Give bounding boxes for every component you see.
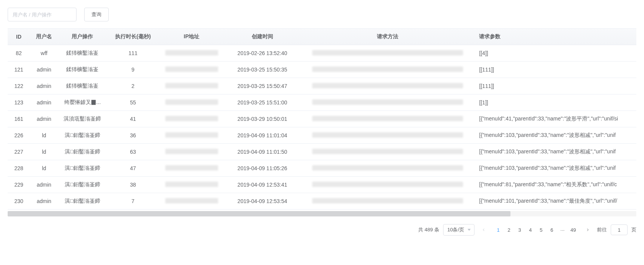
cell-param: [{"menuId":101,"parentId":33,"name":"最佳角… [474,193,636,210]
log-table-wrap: ID 用户名 用户操作 执行时长(毫秒) IP地址 创建时间 请求方法 请求参数… [8,28,636,210]
redacted-method [312,132,463,138]
cell-ip [159,62,224,78]
goto-page-input[interactable] [611,224,628,235]
cell-time: 2019-03-25 15:50:35 [224,62,301,78]
horizontal-scrollbar-thumb[interactable] [8,211,510,216]
table-row: 228ld淇□鈤鑿滃崟鍗472019-04-09 11:05:26[{"menu… [8,160,636,177]
cell-time: 2019-04-09 12:53:54 [224,193,301,210]
cell-method [301,193,474,210]
cell-param: [{"menuId":103,"parentId":33,"name":"波形相… [474,144,636,160]
cell-method [301,94,474,111]
cell-ip [159,94,224,111]
page-number-5[interactable]: 5 [536,224,546,235]
page-number-6[interactable]: 6 [546,224,557,235]
redacted-ip [165,198,218,203]
redacted-ip [165,182,218,187]
cell-dur: 111 [107,45,159,62]
cell-method [301,111,474,127]
prev-page-button[interactable] [478,224,489,235]
goto-suffix: 页 [631,226,636,233]
table-row: 227ld淇□鈤鑿滃崟鍗632019-04-09 11:01:50[{"menu… [8,144,636,160]
column-id: ID [8,29,30,45]
page-number-3[interactable]: 3 [514,224,525,235]
cell-ip [159,127,224,144]
cell-id: 82 [8,45,30,62]
table-row: 123admin绔嬮惏鎼叉▉...552019-03-25 15:51:00[[… [8,94,636,111]
cell-op: 淇□鈤鑿滃崟鍗 [58,193,107,210]
column-method: 请求方法 [301,29,474,45]
query-button[interactable]: 查询 [84,8,109,21]
table-row: 230admin淇□鈤鑿滃崟鍗72019-04-09 12:53:54[{"me… [8,193,636,210]
redacted-ip [165,99,218,105]
cell-method [301,78,474,94]
column-time: 创建时间 [224,29,301,45]
cell-time: 2019-03-29 10:50:01 [224,111,301,127]
cell-param: [[111]] [474,62,636,78]
cell-id: 229 [8,177,30,193]
cell-op: 淇□鈤鑿滃崟鍗 [58,127,107,144]
cell-dur: 55 [107,94,159,111]
page-size-select[interactable]: 10条/页 [443,224,474,236]
cell-op: 淇濆瓨鑿滃崟鍗 [58,111,107,127]
cell-param: [[4]] [474,45,636,62]
cell-ip [159,45,224,62]
redacted-method [312,50,463,55]
page-number-49[interactable]: 49 [568,224,579,235]
table-header-row: ID 用户名 用户操作 执行时长(毫秒) IP地址 创建时间 请求方法 请求参数 [8,29,636,45]
cell-method [301,160,474,177]
next-page-button[interactable] [582,224,593,235]
cell-user: ld [30,160,58,177]
column-param: 请求参数 [474,29,636,45]
cell-time: 2019-04-09 12:53:41 [224,177,301,193]
page-number-2[interactable]: 2 [504,224,514,235]
total-suffix: 条 [434,227,439,232]
cell-param: [[1]] [474,94,636,111]
cell-ip [159,111,224,127]
cell-ip [159,177,224,193]
redacted-ip [165,165,218,171]
cell-op: 淇□鈤鑿滃崟鍗 [58,160,107,177]
table-row: 229admin淇□鈤鑿滃崟鍗382019-04-09 12:53:41[{"m… [8,177,636,193]
cell-method [301,127,474,144]
column-dur: 执行时长(毫秒) [107,29,159,45]
cell-id: 227 [8,144,30,160]
redacted-ip [165,149,218,154]
cell-id: 121 [8,62,30,78]
cell-user: wff [30,45,58,62]
cell-id: 161 [8,111,30,127]
chevron-left-icon [481,228,486,232]
page-number-4[interactable]: 4 [525,224,536,235]
cell-dur: 38 [107,177,159,193]
pagination: 共 489 条 10条/页 123456···49 前往 页 [8,224,636,236]
cell-user: admin [30,193,58,210]
cell-method [301,62,474,78]
column-op: 用户操作 [58,29,107,45]
cell-dur: 9 [107,62,159,78]
table-row: 82wff鍒犻櫎鑿滃崟1112019-02-26 13:52:40[[4]] [8,45,636,62]
horizontal-scrollbar[interactable] [8,211,636,216]
redacted-ip [165,116,218,121]
redacted-method [312,67,463,72]
search-input[interactable] [8,8,77,21]
cell-time: 2019-04-09 11:05:26 [224,160,301,177]
cell-dur: 63 [107,144,159,160]
cell-user: ld [30,127,58,144]
cell-dur: 36 [107,127,159,144]
cell-dur: 7 [107,193,159,210]
cell-time: 2019-04-09 11:01:04 [224,127,301,144]
table-row: 121admin鍒犻櫎鑿滃崟92019-03-25 15:50:35[[111]… [8,62,636,78]
cell-op: 鍒犻櫎鑿滃崟 [58,62,107,78]
table-row: 122admin鍒犻櫎鑿滃崟22019-03-25 15:50:47[[111]… [8,78,636,94]
cell-op: 鍒犻櫎鑿滃崟 [58,45,107,62]
total-prefix: 共 [418,227,423,232]
page-ellipsis: ··· [557,224,568,235]
redacted-method [312,165,463,171]
cell-user: admin [30,78,58,94]
redacted-ip [165,132,218,138]
toolbar: 查询 [8,8,636,21]
cell-param: [{"menuId":103,"parentId":33,"name":"波形相… [474,160,636,177]
cell-dur: 47 [107,160,159,177]
table-row: 161admin淇濆瓨鑿滃崟鍗412019-03-29 10:50:01[{"m… [8,111,636,127]
cell-param: [{"menuId":41,"parentId":33,"name":"波形平滑… [474,111,636,127]
page-number-1[interactable]: 1 [493,224,504,235]
